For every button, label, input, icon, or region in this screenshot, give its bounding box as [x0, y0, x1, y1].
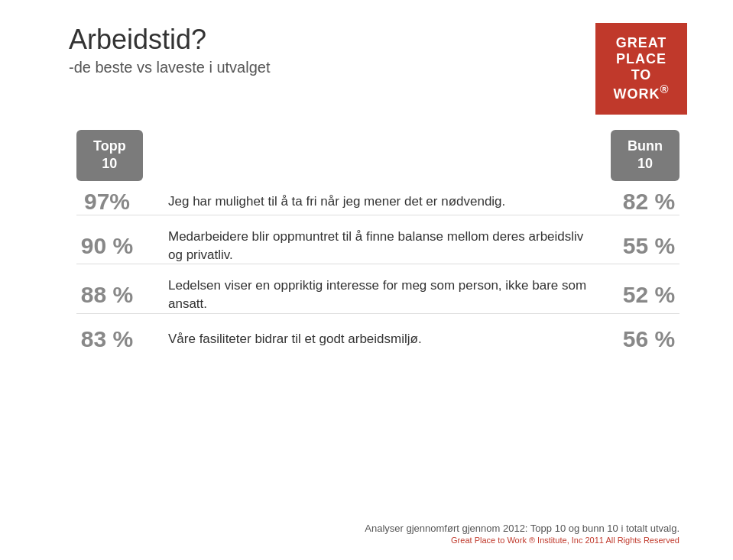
data-row-1: 97% Jeg har mulighet til å ta fri når je… [69, 189, 687, 215]
left-value-4: 83 % [69, 326, 145, 352]
main-title: Arbeidstid? [69, 23, 595, 56]
main-content: Arbeidstid? -de beste vs laveste i utval… [0, 0, 733, 560]
row-text-4: Våre fasiliteter bidrar til et godt arbe… [145, 330, 611, 348]
row-text-1: Jeg har mulighet til å ta fri når jeg me… [145, 193, 611, 211]
row-wrapper-2: 90 % Medarbeidere blir oppmuntret til å … [69, 228, 687, 265]
data-row-4: 83 % Våre fasiliteter bidrar til et godt… [69, 326, 687, 352]
footer-copyright: Great Place to Work ® Institute, Inc 201… [69, 536, 679, 545]
data-row-3: 88 % Ledelsen viser en oppriktig interes… [69, 277, 687, 313]
row-divider-2 [76, 264, 679, 264]
logo-line-2: PLACE [616, 51, 667, 67]
logo-line-1: GREAT [616, 35, 667, 51]
data-rows: 97% Jeg har mulighet til å ta fri når je… [69, 189, 687, 510]
row-text-2: Medarbeidere blir oppmuntret til å finne… [145, 228, 611, 264]
left-value-2: 90 % [69, 233, 145, 259]
footer: Analyser gjennomført gjennom 2012: Topp … [69, 523, 687, 545]
logo-box: GREAT PLACE TO WORK® [595, 23, 687, 115]
row-divider-1 [76, 215, 679, 215]
row-wrapper-3: 88 % Ledelsen viser en oppriktig interes… [69, 277, 687, 314]
row-wrapper-4: 83 % Våre fasiliteter bidrar til et godt… [69, 326, 687, 352]
header: Arbeidstid? -de beste vs laveste i utval… [69, 23, 687, 115]
left-value-3: 88 % [69, 282, 145, 308]
header-titles: Arbeidstid? -de beste vs laveste i utval… [69, 23, 595, 76]
right-value-4: 56 % [611, 326, 687, 352]
sub-title: -de beste vs laveste i utvalget [69, 59, 595, 76]
row-divider-3 [76, 313, 679, 314]
topp-badge: Topp 10 [76, 130, 143, 181]
left-value-1: 97% [69, 189, 145, 215]
right-value-2: 55 % [611, 233, 687, 259]
row-text-3: Ledelsen viser en oppriktig interesse fo… [145, 277, 611, 313]
logo-line-4: WORK® [613, 83, 669, 102]
footer-main-text: Analyser gjennomført gjennom 2012: Topp … [69, 523, 679, 534]
bunn-badge: Bunn 10 [611, 130, 679, 181]
page: Research Giftwork Passion FamilyInnovati… [0, 0, 733, 560]
labels-row: Topp 10 Bunn 10 [69, 130, 687, 181]
logo-registered: ® [660, 83, 669, 95]
data-row-2: 90 % Medarbeidere blir oppmuntret til å … [69, 228, 687, 264]
row-wrapper-1: 97% Jeg har mulighet til å ta fri når je… [69, 189, 687, 215]
right-value-3: 52 % [611, 282, 687, 308]
logo-line-3: TO [631, 67, 652, 83]
right-value-1: 82 % [611, 189, 687, 215]
